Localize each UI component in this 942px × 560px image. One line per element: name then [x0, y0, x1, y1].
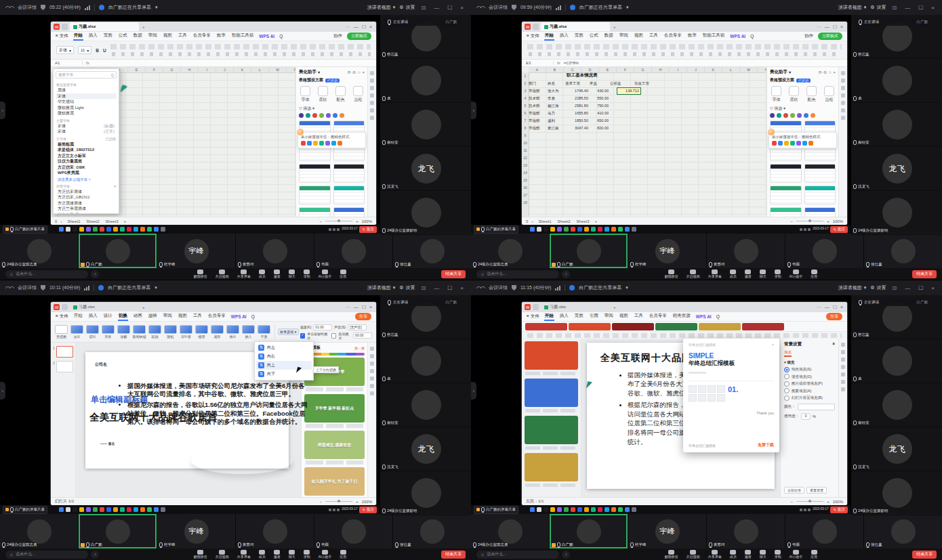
- close-button[interactable]: ×: [458, 285, 466, 291]
- font-option[interactable]: 方正仿宋简体: [56, 189, 117, 195]
- row-header[interactable]: 2: [522, 80, 529, 87]
- taskbar-app-icon[interactable]: [557, 507, 562, 512]
- end-share-button[interactable]: 结束共享: [441, 551, 466, 559]
- taskbar-app-icon[interactable]: [571, 227, 575, 232]
- wps-close[interactable]: ×: [368, 24, 373, 29]
- video-tile[interactable]: 黄苏珂: [236, 234, 314, 268]
- enabled-badge[interactable]: 已开启: [796, 79, 811, 83]
- transition-effect[interactable]: 插入: [241, 325, 256, 339]
- column-header[interactable]: K: [234, 67, 251, 72]
- ribbon-tab[interactable]: 数据: [604, 32, 614, 41]
- toolbar-button[interactable]: 共享屏幕: [237, 550, 251, 559]
- zoom-out-button[interactable]: −: [791, 500, 794, 504]
- cell-name-box[interactable]: A1: [51, 61, 83, 65]
- fill-radio-option[interactable]: 幻灯片背景填充(B): [784, 395, 835, 401]
- font-option[interactable]: 微软雅黑 Light: [56, 105, 117, 111]
- meeting-details-link[interactable]: 会议详情: [489, 4, 508, 11]
- cell-name-box[interactable]: E3: [522, 61, 554, 65]
- taskbar-app-icon[interactable]: [73, 227, 77, 232]
- annotate-button[interactable]: ✎批注: [830, 507, 848, 513]
- side-icon-rail[interactable]: [367, 67, 376, 217]
- end-share-button[interactable]: 结束共享: [912, 551, 937, 559]
- wps-close[interactable]: ×: [839, 24, 844, 29]
- column-header[interactable]: A: [529, 67, 546, 72]
- taskbar-app-icon[interactable]: [550, 507, 555, 512]
- table-style-thumbnail[interactable]: [804, 207, 836, 217]
- taskbar-app-icon[interactable]: [557, 227, 562, 232]
- font-option[interactable]: 方正黑体简体: [56, 200, 117, 207]
- table-style-thumbnail[interactable]: [804, 164, 836, 183]
- color-filter-dot[interactable]: [777, 113, 781, 118]
- home-icon[interactable]: [62, 304, 68, 310]
- fill-tab[interactable]: 填充: [784, 350, 792, 357]
- maximize-button[interactable]: ☐: [445, 5, 454, 11]
- search-icon[interactable]: Q: [279, 34, 283, 39]
- toolbar-button[interactable]: 成员: [730, 270, 737, 278]
- ribbon-tab[interactable]: 效率: [687, 32, 697, 41]
- file-menu[interactable]: ≡文件: [527, 33, 539, 39]
- taskbar-app-icon[interactable]: [127, 507, 131, 512]
- row-header[interactable]: 4: [522, 95, 529, 102]
- ribbon-tab[interactable]: 审阅: [604, 312, 614, 321]
- view-mode-button[interactable]: 演讲者视图▾: [838, 284, 867, 291]
- raise-hand-button[interactable]: ☝: [91, 270, 99, 278]
- raise-hand-button[interactable]: ☝: [91, 551, 99, 559]
- share-banner[interactable]: 白广鹏正在共享屏幕: [579, 4, 622, 11]
- annotate-button[interactable]: ✎批注: [359, 226, 377, 233]
- table-style-thumbnail[interactable]: [804, 186, 836, 204]
- row-header[interactable]: 11: [522, 147, 529, 154]
- sheet-tab[interactable]: Sheet1: [537, 219, 554, 223]
- bullet-2[interactable]: 根据尼尔森的报告，谷歌以1.56亿的独立用户访问量位居各大网站首位，微软、雅虎分…: [127, 401, 309, 426]
- annotate-button[interactable]: ✎批注: [359, 507, 377, 513]
- taskbar-app-icon[interactable]: [577, 507, 582, 512]
- promo-bubble[interactable]: 表小妹按捺不住：图特色样式: [298, 132, 366, 148]
- new-tab-button[interactable]: +: [140, 305, 148, 309]
- close-icon[interactable]: ×: [362, 70, 365, 74]
- participant-tile[interactable]: 24级办公室摄影组: [380, 191, 471, 235]
- slide-signature[interactable]: —— 署名: [100, 441, 115, 446]
- meeting-details-link[interactable]: 会议详情: [18, 4, 37, 11]
- font-option[interactable]: 方正兰亭黑简体: [56, 206, 117, 212]
- fullscreen-icon[interactable]: ⊡: [890, 285, 899, 291]
- wps-minimize[interactable]: —: [823, 24, 831, 29]
- taskbar-app-icon[interactable]: [154, 507, 159, 512]
- taskbar-app-icon[interactable]: [79, 507, 84, 512]
- taskbar-app-icon[interactable]: [611, 507, 616, 512]
- sheet-tab[interactable]: Sheet3: [104, 219, 121, 223]
- file-menu[interactable]: ≡文件: [56, 33, 68, 39]
- participant-tile[interactable]: 卓: [380, 339, 471, 383]
- fill-radio-option[interactable]: 渐变填充(G): [784, 374, 835, 379]
- transition-effect[interactable]: 随机: [163, 325, 178, 339]
- taskbar-app-icon[interactable]: [537, 507, 541, 512]
- ribbon-tab[interactable]: 页面: [103, 32, 113, 41]
- chat-input[interactable]: ☺说点什么...: [476, 551, 559, 559]
- video-tile[interactable]: 张仕鑫: [393, 514, 471, 548]
- row-header[interactable]: 17: [522, 192, 529, 199]
- beautify-category[interactable]: 字体: [771, 86, 781, 103]
- slide-thumb-1[interactable]: 1: [53, 346, 73, 358]
- transition-effect[interactable]: 溶解: [116, 325, 131, 339]
- column-header[interactable]: K: [705, 67, 722, 72]
- promo-banner[interactable]: [699, 323, 741, 330]
- ribbon-tab[interactable]: 引用: [589, 312, 599, 321]
- transition-effect[interactable]: 轮辐: [147, 325, 163, 339]
- filter-button[interactable]: ▽ 筛选 ▾: [299, 106, 365, 112]
- panel-collapse-handle[interactable]: ›: [471, 102, 476, 119]
- taskbar-app-icon[interactable]: [113, 507, 118, 512]
- ribbon-tab[interactable]: 审阅: [148, 32, 158, 41]
- share-window-pill[interactable]: 白广鹏的屏幕共享: [474, 506, 518, 514]
- promo-banner[interactable]: [612, 323, 654, 330]
- toolbar-button[interactable]: 成员: [259, 270, 266, 278]
- chat-input[interactable]: ☺说点什么...: [5, 551, 88, 559]
- zoom-level[interactable]: 100%: [362, 500, 372, 504]
- taskbar-app-icon[interactable]: [73, 507, 77, 512]
- ribbon-tab[interactable]: 效率: [216, 32, 226, 41]
- file-menu[interactable]: ≡文件: [56, 314, 68, 320]
- zoom-in-button[interactable]: +: [356, 219, 359, 223]
- view-mode-button[interactable]: 演讲者视图▾: [838, 4, 867, 11]
- more-cloud-fonts-link[interactable]: 浏览更多云端字体 >: [58, 177, 115, 182]
- taskbar-app-icon[interactable]: [625, 227, 630, 232]
- add-s heet-button[interactable]: +: [595, 219, 598, 223]
- wps-maximize[interactable]: ☐: [361, 24, 367, 30]
- color-select[interactable]: [798, 404, 836, 410]
